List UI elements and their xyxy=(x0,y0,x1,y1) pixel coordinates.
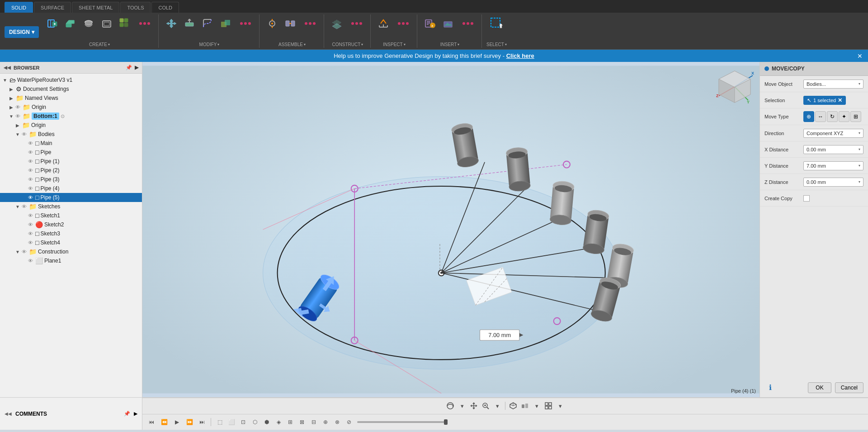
more-construct-icon[interactable] xyxy=(347,15,367,32)
tree-item-pipe2[interactable]: 👁 □ Pipe (2) xyxy=(0,166,142,175)
fillet-icon[interactable] xyxy=(199,15,216,32)
timeline-icon-10[interactable]: ⊕ xyxy=(320,417,331,427)
plane1-eye[interactable]: 👁 xyxy=(28,258,33,263)
move-object-input[interactable]: Bodies... ▾ xyxy=(803,80,863,89)
more-create-icon[interactable] xyxy=(135,15,155,32)
selection-button[interactable]: ↖ 1 selected ✕ xyxy=(803,96,846,105)
pipe5-eye[interactable]: 👁 xyxy=(28,195,33,200)
origin-eye[interactable]: 👁 xyxy=(15,104,20,110)
tree-item-document-settings[interactable]: ▶ ⚙ Document Settings xyxy=(0,85,142,94)
display-mode-icon[interactable] xyxy=(519,400,530,411)
tree-item-sketch3[interactable]: 👁 □ Sketch3 xyxy=(0,229,142,238)
playback-play-btn[interactable]: ▶ xyxy=(171,417,182,427)
select-icon[interactable] xyxy=(488,15,505,32)
decal-icon[interactable] xyxy=(440,15,456,32)
comments-pin-icon[interactable]: 📌 xyxy=(124,411,130,417)
tree-item-pipe3[interactable]: 👁 □ Pipe (3) xyxy=(0,175,142,184)
tree-item-sketch4[interactable]: 👁 □ Sketch4 xyxy=(0,238,142,247)
sketch2-eye[interactable]: 👁 xyxy=(28,222,33,227)
move-type-rotate-icon[interactable]: ↻ xyxy=(827,111,838,122)
playback-start-btn[interactable]: ⏮ xyxy=(146,417,157,427)
pipe4-eye[interactable]: 👁 xyxy=(28,186,33,191)
info-icon[interactable]: ℹ xyxy=(764,380,776,394)
comments-expand-icon[interactable]: ▶ xyxy=(134,411,137,417)
move-type-component-icon[interactable]: ⊞ xyxy=(850,111,861,122)
named-views-expand[interactable]: ▶ xyxy=(8,96,14,101)
timeline-icon-7[interactable]: ⊞ xyxy=(285,417,296,427)
timeline-icon-1[interactable]: ⬚ xyxy=(214,417,225,427)
tree-item-pipe5[interactable]: 👁 □ Pipe (5) xyxy=(0,193,142,202)
more-inspect-icon[interactable] xyxy=(393,15,413,32)
move-type-along-axis-icon[interactable]: ↔ xyxy=(815,111,826,122)
bottom1-eye[interactable]: 👁 xyxy=(15,113,20,119)
create-label[interactable]: CREATE ▾ xyxy=(89,42,110,47)
pan-icon[interactable] xyxy=(468,400,479,411)
pipe1-eye[interactable]: 👁 xyxy=(28,159,33,164)
pipe2-eye[interactable]: 👁 xyxy=(28,168,33,173)
grid-icon[interactable] xyxy=(543,400,554,411)
survey-link[interactable]: Click here xyxy=(506,52,534,59)
timeline-icon-3[interactable]: ⊡ xyxy=(238,417,249,427)
sketch4-eye[interactable]: 👁 xyxy=(28,240,33,245)
more-insert-icon[interactable] xyxy=(458,15,478,32)
assemble-label[interactable]: ASSEMBLE ▾ xyxy=(278,42,306,47)
nav-cube[interactable]: X Y Z xyxy=(714,66,755,107)
origin-expand[interactable]: ▶ xyxy=(8,105,14,110)
tree-item-pipe1[interactable]: 👁 □ Pipe (1) xyxy=(0,157,142,166)
tree-root[interactable]: ▼ 🗁 WaterPipeRouterV3 v1 xyxy=(0,75,142,85)
rigid-group-icon[interactable] xyxy=(282,15,298,32)
offset-plane-icon[interactable] xyxy=(329,15,345,32)
timeline-slider[interactable] xyxy=(357,421,448,423)
zoom-icon[interactable] xyxy=(480,400,491,411)
shell-icon[interactable] xyxy=(99,15,115,32)
bottom-origin-expand[interactable]: ▶ xyxy=(14,123,21,128)
timeline-icon-9[interactable]: ⊟ xyxy=(308,417,319,427)
pattern-icon[interactable] xyxy=(117,15,133,32)
new-component-icon[interactable] xyxy=(44,15,61,32)
survey-close-button[interactable]: ✕ xyxy=(857,52,863,60)
cancel-button[interactable]: Cancel xyxy=(835,382,863,393)
browser-prev-arrow[interactable]: ◀◀ xyxy=(4,65,11,70)
zoom-dropdown[interactable]: ▾ xyxy=(492,400,503,411)
main-eye[interactable]: 👁 xyxy=(28,141,33,146)
more-assemble-icon[interactable] xyxy=(300,15,320,32)
pipe3-eye[interactable]: 👁 xyxy=(28,177,33,182)
tree-item-construction[interactable]: ▼ 👁 📁 Construction xyxy=(0,247,142,256)
tab-surface[interactable]: SURFACE xyxy=(34,2,71,13)
inspect-label[interactable]: INSPECT ▾ xyxy=(383,42,405,47)
bodies-eye[interactable]: 👁 xyxy=(22,131,27,137)
browser-pin-icon[interactable]: 📌 xyxy=(126,65,132,70)
timeline-icon-11[interactable]: ⊗ xyxy=(332,417,343,427)
sketch1-eye[interactable]: 👁 xyxy=(28,213,33,218)
tree-item-bottom-origin[interactable]: ▶ 📁 Origin xyxy=(0,121,142,130)
combine-icon[interactable] xyxy=(217,15,234,32)
tree-item-bodies[interactable]: ▼ 👁 📁 Bodies xyxy=(0,130,142,139)
y-distance-input[interactable]: 7.00 mm ▾ xyxy=(803,161,863,170)
timeline-icon-5[interactable]: ⬢ xyxy=(261,417,272,427)
construction-eye[interactable]: 👁 xyxy=(22,249,27,254)
selection-clear-button[interactable]: ✕ xyxy=(838,97,842,103)
playback-next-btn[interactable]: ⏩ xyxy=(184,417,195,427)
measure-icon[interactable] xyxy=(375,15,392,32)
tree-item-pipe4[interactable]: 👁 □ Pipe (4) xyxy=(0,184,142,193)
z-distance-input[interactable]: 0.00 mm ▾ xyxy=(803,178,863,187)
tab-sheet-metal[interactable]: SHEET METAL xyxy=(72,2,119,13)
insert-mcmaster-icon[interactable]: + xyxy=(422,15,438,32)
pipe-eye[interactable]: 👁 xyxy=(28,150,33,155)
view-cube-icon[interactable] xyxy=(508,400,519,411)
viewport[interactable]: 7.00 mm X Y Z xyxy=(142,62,760,397)
orbit-dropdown[interactable]: ▾ xyxy=(457,400,467,411)
timeline-icon-2[interactable]: ⬜ xyxy=(226,417,237,427)
tree-item-sketches[interactable]: ▼ 👁 📁 Sketches xyxy=(0,202,142,211)
select-label[interactable]: SELECT ▾ xyxy=(486,42,507,47)
timeline-icon-12[interactable]: ⊘ xyxy=(344,417,354,427)
tree-item-bottom1[interactable]: ▼ 👁 📁 Bottom:1 ⊙ xyxy=(0,112,142,121)
tree-item-sketch1[interactable]: 👁 □ Sketch1 xyxy=(0,211,142,220)
sketches-expand[interactable]: ▼ xyxy=(14,204,21,209)
timeline-icon-4[interactable]: ⬡ xyxy=(250,417,260,427)
tree-item-named-views[interactable]: ▶ 📁 Named Views xyxy=(0,94,142,103)
grid-dropdown[interactable]: ▾ xyxy=(555,400,566,411)
tree-item-main[interactable]: 👁 □ Main xyxy=(0,139,142,148)
comments-prev-arrow[interactable]: ◀◀ xyxy=(5,411,12,416)
timeline-icon-6[interactable]: ◈ xyxy=(273,417,284,427)
